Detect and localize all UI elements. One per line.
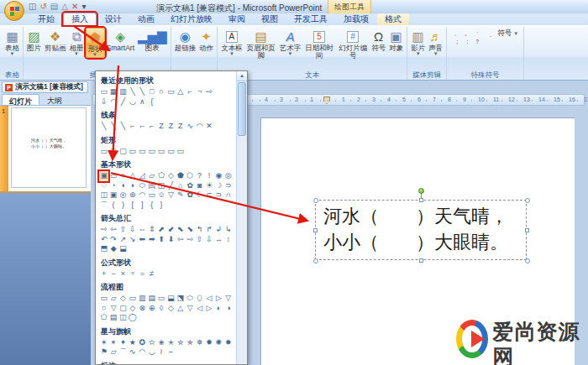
hyperlink-button[interactable]: ◉超链接 (173, 28, 198, 52)
shape-item-text-box[interactable]: ▣ (99, 171, 108, 181)
shape-item[interactable]: ↘ (128, 235, 137, 245)
shape-item[interactable]: { (147, 97, 156, 107)
shapes-button[interactable]: ⬟形状▼ (86, 28, 105, 58)
shape-item[interactable]: ↗ (118, 235, 128, 245)
shape-item[interactable]: ◇ (166, 171, 176, 181)
tab-format[interactable]: 格式 (377, 13, 409, 25)
shape-item[interactable]: Z (166, 122, 176, 132)
shape-item[interactable]: ◑ (223, 304, 233, 314)
selection-handle[interactable] (525, 228, 529, 232)
table-button[interactable]: ▦表格▼ (3, 28, 21, 56)
shape-item[interactable]: ◙ (195, 181, 204, 191)
shape-item[interactable]: ◇ (128, 304, 137, 314)
shape-item[interactable]: ⬡ (186, 171, 195, 181)
shape-item[interactable]: ▭ (138, 147, 147, 157)
shape-item[interactable]: ▭ (99, 87, 108, 97)
shape-item[interactable]: ⬔ (176, 294, 185, 304)
shape-item[interactable]: ⬯ (195, 294, 204, 304)
symbol-item[interactable]: ； (452, 38, 462, 46)
tab-developer[interactable]: 开发工具 (286, 13, 335, 25)
shape-item[interactable]: ◊ (156, 304, 165, 314)
shape-item[interactable]: ▷ (214, 294, 223, 304)
shape-item[interactable]: ✶ (99, 338, 108, 348)
shape-item[interactable]: ▭ (99, 294, 108, 304)
symbol-item[interactable]: ： (462, 38, 472, 46)
shape-item[interactable]: ◡ (147, 347, 156, 357)
shape-item[interactable]: ⌒ (118, 347, 128, 357)
shape-item[interactable]: ✵ (195, 338, 204, 348)
slide-thumbnail[interactable]: 河水（ ）天气晴， 小小（ ）大眼睛。 (11, 107, 87, 188)
shape-item[interactable]: ✦ (118, 338, 128, 348)
shape-item[interactable]: ⬓ (118, 244, 128, 254)
shape-item[interactable]: ◡ (128, 97, 137, 107)
shape-item[interactable]: ✺ (214, 338, 223, 348)
shape-item[interactable]: ⇨ (204, 87, 213, 97)
tab-design[interactable]: 设计 (97, 13, 129, 25)
shape-item[interactable]: ▭ (147, 147, 156, 157)
movie-button[interactable]: ▥影片▼ (409, 28, 427, 56)
shape-item[interactable]: ☾ (195, 190, 204, 201)
shape-item[interactable]: ✫ (147, 338, 156, 348)
shape-item[interactable]: ◎ (118, 190, 128, 201)
more-commands-caret[interactable]: ▾ (81, 1, 86, 12)
shape-item[interactable]: ⚑ (99, 347, 108, 357)
shape-item[interactable]: ◉ (214, 171, 223, 181)
shape-item[interactable]: Z (176, 122, 185, 132)
shape-item[interactable]: ▭ (99, 147, 108, 157)
symbol-item[interactable]: 。 (462, 29, 472, 38)
shape-item[interactable]: ⇦ (176, 235, 185, 245)
shape-item[interactable]: ✬ (156, 338, 165, 348)
selection-handle[interactable] (525, 258, 530, 263)
document-tab[interactable]: P 演示文稿1 [兼容模式] (2, 81, 88, 93)
shape-item[interactable]: ⌐ (128, 122, 137, 132)
shape-item[interactable]: ▽ (166, 190, 176, 201)
sound-button[interactable]: ♬声音▼ (427, 28, 444, 56)
shape-item[interactable]: ◯ (128, 313, 137, 323)
tab-slideshow[interactable]: 幻灯片放映 (163, 13, 220, 25)
shape-item[interactable]: ⇩ (204, 235, 213, 245)
shape-item[interactable]: ▱ (108, 294, 118, 304)
text-box-button[interactable]: A文本框▼ (219, 28, 244, 56)
shape-item[interactable]: ◇ (118, 294, 128, 304)
shape-item[interactable]: ◠ (195, 122, 204, 132)
selection-handle[interactable] (525, 198, 530, 203)
shape-item[interactable]: ▽ (186, 304, 195, 314)
scrollbar-up-arrow-icon[interactable]: ▲ (237, 71, 247, 81)
shape-item[interactable]: ? (195, 171, 204, 181)
shape-item[interactable]: ⬠ (99, 313, 108, 323)
header-footer-button[interactable]: ▤页眉和页脚 (244, 28, 278, 60)
shape-item[interactable]: ╲ (108, 122, 118, 132)
shape-item[interactable]: ✎ (176, 190, 185, 201)
wordart-button[interactable]: A艺术字▼ (278, 28, 303, 56)
shape-item[interactable]: { (147, 201, 156, 211)
shape-item[interactable]: ⇨ (186, 235, 195, 245)
selection-handle[interactable] (313, 228, 318, 232)
spelling-icon[interactable]: △ (61, 1, 68, 12)
shape-item[interactable]: ▥ (138, 294, 147, 304)
shape-item[interactable]: ◠ (108, 97, 118, 107)
shape-item[interactable]: ▭ (166, 147, 176, 157)
shape-item[interactable]: ◐ (214, 304, 223, 314)
shape-item[interactable]: ↶ (99, 235, 108, 245)
picture-button[interactable]: ▨图片 (25, 28, 43, 52)
undo-icon[interactable]: ↺ (39, 1, 46, 12)
shape-item[interactable]: ▦ (108, 87, 118, 97)
shape-item[interactable]: ✕ (204, 122, 213, 132)
shape-item[interactable]: [ (128, 201, 137, 211)
shape-item[interactable]: ◇ (166, 304, 176, 314)
shape-item[interactable]: ◖ (118, 181, 128, 191)
shape-item[interactable]: ∩ (223, 190, 233, 201)
shape-item[interactable]: ✿ (186, 190, 195, 201)
shape-item[interactable]: ◁ (195, 304, 204, 314)
shape-item[interactable]: ╲ (99, 122, 108, 132)
object-button[interactable]: ▣对象 (387, 28, 405, 52)
shape-item[interactable]: ➡ (147, 235, 156, 245)
shape-item[interactable]: ⬟ (176, 171, 185, 181)
symbol-item[interactable]: 、 (452, 29, 462, 38)
shape-item[interactable]: ⬭ (186, 294, 195, 304)
shape-item[interactable]: ≠ (147, 269, 156, 279)
shape-item[interactable]: ▽ (223, 294, 233, 304)
shape-item[interactable]: ( (108, 201, 118, 211)
shape-item[interactable]: ◆ (108, 244, 118, 254)
shape-item[interactable]: ☀ (204, 181, 213, 191)
